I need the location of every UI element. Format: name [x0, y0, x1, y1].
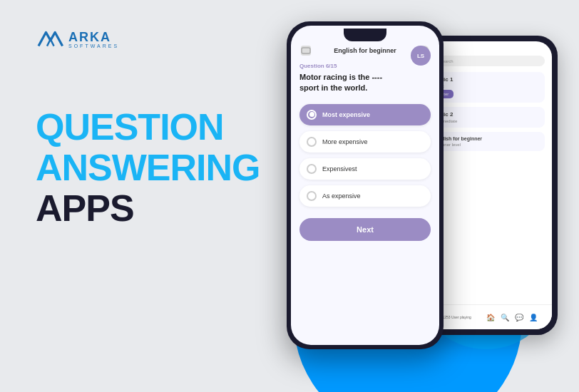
- user-count-text: 1253 User playing: [442, 315, 471, 319]
- answer-option-3[interactable]: Expensivest: [299, 158, 431, 180]
- radio-4: [307, 191, 317, 201]
- next-button[interactable]: Next: [299, 218, 431, 241]
- chat-icon[interactable]: 💬: [515, 314, 523, 321]
- search-icon[interactable]: 🔍: [501, 314, 509, 321]
- radio-3: [307, 164, 317, 174]
- radio-1: [307, 110, 317, 120]
- bottom-nav: 🏠 🔍 💬 👤: [486, 314, 538, 321]
- answer-text-3: Expensivest: [322, 165, 357, 172]
- radio-inner-1: [309, 112, 314, 117]
- answer-text-4: As expensive: [322, 192, 361, 200]
- answer-option-2[interactable]: More expensive: [299, 131, 431, 153]
- logo-icon: [36, 29, 64, 50]
- front-phone-screen: English for beginner i LS Question 6/15 …: [291, 26, 439, 345]
- left-panel: ARKA SOFTWARES QUESTION ANSWERING APPS: [36, 29, 264, 229]
- back-item-sub-3: Beginner level: [434, 143, 539, 147]
- home-icon[interactable]: 🏠: [486, 314, 495, 321]
- headline-line1: QUESTION: [36, 107, 264, 148]
- logo-name: ARKA: [68, 31, 119, 43]
- logo-subtitle: SOFTWARES: [68, 43, 119, 48]
- back-list-item-3: English for beginner Beginner level: [428, 132, 545, 151]
- profile-icon[interactable]: 👤: [529, 314, 538, 321]
- back-list-item-1: Topic 1 Basic Enter: [428, 72, 545, 103]
- back-item-sub-2: Intermediate: [434, 119, 539, 123]
- headline: QUESTION ANSWERING APPS: [36, 107, 264, 229]
- radio-2: [307, 137, 317, 147]
- phones-container: 🔍 Search Topic 1 Basic Enter Topic 2 Int…: [265, 14, 565, 385]
- back-search-bar: 🔍 Search: [428, 56, 545, 66]
- answer-text-2: More expensive: [322, 138, 368, 145]
- logo-text-block: ARKA SOFTWARES: [68, 31, 119, 48]
- answer-option-4[interactable]: As expensive: [299, 185, 431, 207]
- front-screen-inner: English for beginner i LS Question 6/15 …: [291, 26, 439, 249]
- back-list-item-2: Topic 2 Intermediate: [428, 107, 545, 128]
- headline-line3: APPS: [36, 188, 264, 229]
- headline-line2: ANSWERING: [36, 148, 264, 188]
- phone-front: English for beginner i LS Question 6/15 …: [287, 21, 444, 349]
- back-item-title-1: Topic 1: [434, 76, 539, 83]
- svg-rect-0: [302, 48, 310, 53]
- question-label: Question 6/15: [299, 63, 431, 69]
- back-item-sub-1: Basic: [434, 84, 539, 88]
- status-left-icon: [301, 46, 311, 56]
- avatar: LS: [411, 46, 431, 66]
- phone-notch: [344, 29, 386, 41]
- back-item-title-2: Topic 2: [434, 111, 539, 118]
- answer-option-1[interactable]: Most expensive: [299, 104, 431, 125]
- logo: ARKA SOFTWARES: [36, 29, 264, 50]
- answer-text-1: Most expensive: [322, 111, 370, 118]
- status-title: English for beginner: [334, 47, 396, 54]
- back-item-title-3: English for beginner: [434, 136, 539, 141]
- question-text: Motor racing is the ---- sport in the wo…: [299, 72, 431, 94]
